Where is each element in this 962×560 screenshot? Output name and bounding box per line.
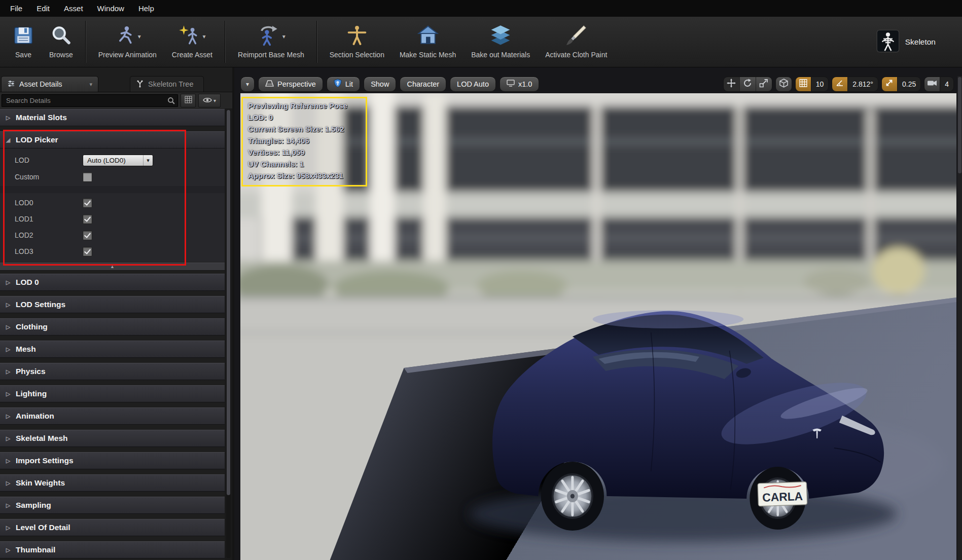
transform-tools [723, 77, 772, 92]
lod2-checkbox[interactable] [83, 231, 92, 240]
make-static-mesh-button[interactable]: Make Static Mesh [392, 17, 464, 67]
browse-label: Browse [49, 51, 73, 59]
show-button[interactable]: Show [364, 77, 396, 92]
menu-file[interactable]: File [3, 0, 29, 17]
category-skin-weights[interactable]: ▷Skin Weights [0, 474, 225, 492]
category-physics[interactable]: ▷Physics [0, 363, 225, 380]
category-animation[interactable]: ▷Animation [0, 407, 225, 425]
activate-cloth-paint-button[interactable]: Activate Cloth Paint [538, 17, 615, 67]
category-material-slots[interactable]: ▷ Material Slots [0, 109, 225, 126]
camera-speed-value[interactable]: 4 [940, 77, 953, 91]
lod3-checkbox[interactable] [83, 247, 92, 256]
category-lod-0[interactable]: ▷LOD 0 [0, 274, 225, 291]
create-asset-icon [179, 25, 200, 48]
stats-vertices: Vertices: 11,059 [248, 146, 361, 158]
preview-animation-button[interactable]: ▾ Preview Animation [91, 17, 164, 67]
category-level-of-detail[interactable]: ▷Level Of Detail [0, 519, 225, 536]
screen-size-button[interactable]: x1.0 [500, 77, 539, 92]
window-scrollbar[interactable] [957, 76, 962, 560]
scale-snap-icon [885, 79, 893, 89]
camera-icon [927, 80, 937, 89]
coordinate-system [775, 77, 792, 92]
stats-triangles: Triangles: 14,406 [248, 135, 361, 146]
menu-asset[interactable]: Asset [57, 0, 90, 17]
category-label: LOD 0 [16, 278, 39, 287]
viewport-toolbar: ▾ Perspective Lit [240, 76, 954, 92]
reimport-base-mesh-button[interactable]: ▾ Reimport Base Mesh [230, 17, 312, 67]
toolbar-separator [225, 21, 226, 63]
category-lod-settings[interactable]: ▷LOD Settings [0, 296, 225, 313]
grid-snap-toggle-button[interactable] [796, 77, 811, 91]
custom-label: Custom [15, 173, 83, 181]
grid-snap-value[interactable]: 10 [811, 77, 829, 91]
scale-snap-toggle-button[interactable] [882, 77, 897, 91]
create-asset-button[interactable]: ▾ Create Asset [164, 17, 220, 67]
rotate-tool-button[interactable] [739, 77, 756, 91]
view-options-button[interactable]: ▾ [198, 94, 221, 107]
bake-out-materials-button[interactable]: Bake out Materials [464, 17, 538, 67]
chevron-down-icon[interactable]: ▾ [89, 81, 92, 88]
lit-mode-button[interactable]: Lit [327, 77, 360, 92]
section-selection-button[interactable]: Section Selection [322, 17, 392, 67]
bake-materials-icon [490, 25, 511, 48]
scrollbar-thumb[interactable] [958, 77, 961, 173]
tab-asset-details[interactable]: Asset Details ▾ [1, 76, 98, 92]
character-label: Character [407, 80, 439, 88]
custom-checkbox[interactable] [83, 172, 92, 182]
category-sampling[interactable]: ▷Sampling [0, 497, 225, 514]
skeleton-asset-button[interactable]: Skeleton [876, 17, 936, 67]
translate-tool-button[interactable] [724, 77, 739, 91]
save-button[interactable]: Save [5, 17, 42, 67]
viewport-options-button[interactable]: ▾ [240, 77, 255, 92]
category-label: Skin Weights [16, 478, 65, 488]
rotation-snap-toggle-button[interactable] [832, 77, 847, 91]
rotation-snap-value[interactable]: 2.812° [847, 77, 878, 91]
category-label: Import Settings [16, 456, 74, 465]
camera-speed-button[interactable] [924, 77, 940, 91]
category-skeletal-mesh[interactable]: ▷Skeletal Mesh [0, 430, 225, 447]
category-import-settings[interactable]: ▷Import Settings [0, 452, 225, 469]
category-mesh[interactable]: ▷Mesh [0, 341, 225, 358]
chevron-down-icon[interactable]: ▾ [138, 33, 141, 40]
category-clothing[interactable]: ▷Clothing [0, 318, 225, 335]
category-label: Material Slots [16, 113, 67, 122]
expander-right-icon: ▷ [5, 302, 11, 308]
lod-auto-button[interactable]: LOD Auto [450, 77, 496, 92]
expander-right-icon: ▷ [5, 391, 11, 397]
skeleton-tree-icon [136, 80, 144, 89]
property-matrix-button[interactable] [181, 94, 196, 107]
lod0-checkbox[interactable] [83, 198, 92, 208]
category-lighting[interactable]: ▷Lighting [0, 385, 225, 402]
reimport-icon [257, 25, 280, 48]
category-lod-picker[interactable]: ◢ LOD Picker [0, 131, 225, 148]
scale-snap-value[interactable]: 0.25 [897, 77, 920, 91]
category-label: Animation [16, 412, 54, 421]
expander-right-icon: ▷ [5, 346, 11, 353]
character-button[interactable]: Character [400, 77, 446, 92]
category-label: Skeletal Mesh [16, 434, 68, 443]
lod-dropdown[interactable]: Auto (LOD0) ▾ [83, 155, 153, 166]
menu-edit[interactable]: Edit [29, 0, 57, 17]
perspective-button[interactable]: Perspective [258, 77, 323, 92]
browse-button[interactable]: Browse [42, 17, 81, 67]
screen-size-icon [507, 80, 515, 88]
menu-help[interactable]: Help [131, 0, 161, 17]
category-label: Level Of Detail [16, 523, 70, 532]
lod1-checkbox[interactable] [83, 214, 92, 224]
3d-viewport[interactable]: CARLA Previewing Reference Pose LOD: 0 C… [240, 93, 956, 560]
category-thumbnail[interactable]: ▷Thumbnail [0, 541, 225, 558]
expander-right-icon: ▷ [5, 502, 11, 509]
tab-skeleton-tree[interactable]: Skeleton Tree [130, 76, 204, 92]
world-local-toggle-button[interactable] [776, 77, 792, 91]
reimport-base-mesh-label: Reimport Base Mesh [238, 51, 304, 59]
search-icon [167, 96, 175, 107]
expander-right-icon: ▷ [5, 480, 11, 487]
panel-splitter[interactable]: ▲ [0, 263, 225, 271]
chevron-down-icon[interactable]: ▾ [282, 33, 286, 40]
panel-scrollbar[interactable] [226, 110, 231, 558]
search-details-input[interactable] [2, 94, 178, 107]
scrollbar-thumb[interactable] [227, 110, 230, 495]
scale-tool-button[interactable] [756, 77, 772, 91]
menu-window[interactable]: Window [90, 0, 131, 17]
chevron-down-icon[interactable]: ▾ [202, 33, 205, 40]
